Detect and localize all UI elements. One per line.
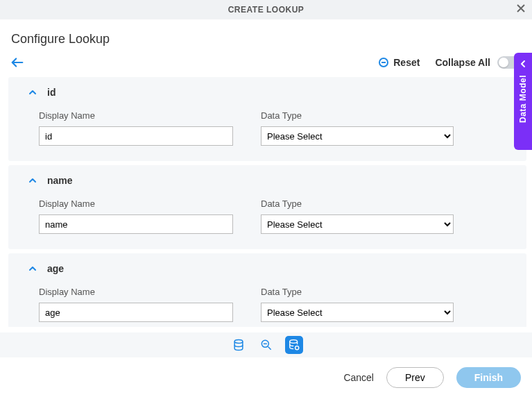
display-name-label: Display Name — [39, 198, 233, 209]
display-name-input[interactable] — [39, 303, 233, 322]
close-icon[interactable] — [515, 3, 526, 16]
back-arrow-icon[interactable] — [10, 55, 25, 70]
reset-button[interactable]: Reset — [378, 57, 420, 68]
data-type-select[interactable]: Please Select — [261, 126, 454, 146]
modal-header: CREATE LOOKUP — [0, 0, 532, 19]
finish-button[interactable]: Finish — [456, 367, 521, 388]
chevron-up-icon — [28, 87, 37, 97]
collapse-all-label: Collapse All — [435, 57, 490, 68]
reset-label: Reset — [393, 57, 420, 68]
section-title: name — [47, 175, 73, 186]
data-type-select[interactable]: Please Select — [261, 303, 454, 322]
data-model-panel-label: Data Model — [518, 75, 528, 123]
field-section: name Display Name Data Type Please Selec… — [8, 165, 526, 249]
section-title: id — [47, 87, 55, 98]
section-header[interactable]: name — [28, 175, 507, 186]
collapse-all-group: Collapse All — [435, 56, 521, 69]
chevron-left-icon — [519, 58, 527, 71]
display-name-input[interactable] — [39, 126, 233, 146]
cancel-button[interactable]: Cancel — [343, 372, 374, 383]
reset-icon — [378, 57, 389, 68]
page-title: Configure Lookup — [0, 19, 532, 55]
prev-button[interactable]: Prev — [386, 367, 444, 388]
section-title: age — [47, 263, 64, 274]
toolbar: Reset Collapse All — [0, 55, 532, 77]
footer-step-icons — [0, 332, 532, 357]
data-type-select[interactable]: Please Select — [261, 214, 454, 234]
section-header[interactable]: id — [28, 87, 507, 98]
display-name-label: Display Name — [39, 110, 233, 121]
section-header[interactable]: age — [28, 263, 507, 274]
svg-point-6 — [289, 340, 297, 344]
display-name-input[interactable] — [39, 214, 233, 234]
field-section: id Display Name Data Type Please Select — [8, 77, 526, 161]
svg-line-5 — [268, 347, 271, 350]
display-name-label: Display Name — [39, 287, 233, 297]
svg-point-2 — [234, 340, 243, 344]
data-model-panel-button[interactable]: Data Model — [514, 53, 532, 150]
content-area: id Display Name Data Type Please Select … — [0, 77, 532, 327]
data-type-label: Data Type — [261, 110, 454, 121]
footer-buttons: Cancel Prev Finish — [0, 357, 532, 397]
chevron-up-icon — [28, 176, 37, 185]
chevron-up-icon — [28, 264, 37, 273]
field-section: age Display Name Data Type Please Select — [8, 253, 526, 327]
modal-title: CREATE LOOKUP — [228, 5, 304, 15]
data-type-label: Data Type — [261, 287, 454, 297]
database-icon[interactable] — [230, 336, 248, 354]
database-settings-icon[interactable] — [285, 336, 303, 354]
data-type-label: Data Type — [261, 198, 454, 209]
zoom-out-icon[interactable] — [257, 336, 275, 354]
